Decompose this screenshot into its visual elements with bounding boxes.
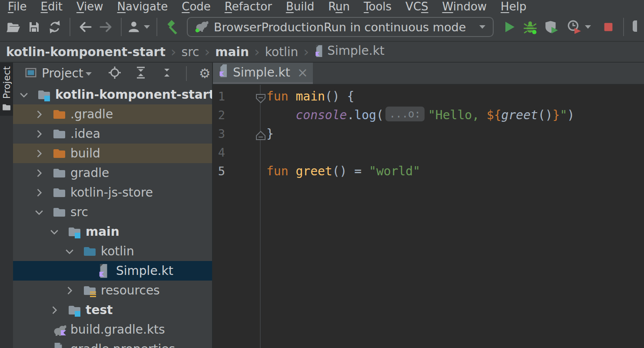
toolbar-separator	[156, 18, 157, 36]
chevron-right-icon[interactable]	[33, 128, 52, 140]
run-icon[interactable]	[499, 17, 520, 37]
tool-window-strip: Project	[0, 63, 13, 348]
menu-refactor[interactable]: Refactor	[218, 0, 279, 13]
chevron-down-icon[interactable]	[33, 207, 52, 218]
forward-icon[interactable]	[96, 17, 116, 37]
tree-item-label: gradle.properties	[70, 342, 175, 348]
tree-item-gradle[interactable]: gradle	[13, 163, 212, 183]
code-token: log	[354, 108, 376, 122]
code-token: .	[347, 108, 354, 122]
profiler-icon[interactable]	[561, 17, 598, 37]
tree-item-resources[interactable]: resources	[13, 281, 212, 300]
tree-item-gradle-properties[interactable]: gradle.properties	[13, 339, 212, 348]
tree-item-label: .idea	[70, 127, 100, 141]
editor-area: Simple.kt × 1fun main() {2 console.log(.…	[213, 63, 644, 348]
breadcrumb-src[interactable]: src	[182, 45, 199, 59]
chevron-right-icon[interactable]	[33, 187, 52, 198]
expand-all-icon[interactable]	[134, 66, 148, 81]
user-menu-icon[interactable]	[126, 17, 152, 37]
tree-item-label: .gradle	[70, 107, 113, 121]
tree-item--gradle[interactable]: .gradle	[13, 104, 212, 124]
run-configuration-label: BrowserProductionRun in continuous mode	[214, 20, 466, 34]
menu-help[interactable]: Help	[494, 0, 533, 13]
chevron-down-icon[interactable]	[18, 89, 37, 100]
tab-simple-kt[interactable]: Simple.kt ×	[213, 63, 313, 84]
open-folder-icon[interactable]	[3, 17, 23, 37]
code-token: "Hello,	[428, 108, 487, 122]
code-editor[interactable]: 1fun main() {2 console.log(...o:"Hello, …	[213, 85, 644, 348]
chevron-down-icon[interactable]	[84, 70, 93, 80]
chevron-right-icon[interactable]	[33, 148, 52, 159]
build-hammer-icon[interactable]	[162, 17, 183, 37]
tree-item-src[interactable]: src	[13, 202, 212, 222]
tree-item-test[interactable]: test	[13, 300, 212, 320]
collapse-all-icon[interactable]	[160, 66, 174, 81]
project-tool-window-button[interactable]: Project	[0, 63, 13, 116]
stop-icon[interactable]	[598, 17, 619, 37]
tree-item-label: Simple.kt	[116, 264, 173, 278]
tree-item-label: gradle	[70, 166, 109, 180]
breadcrumb-separator: ›	[166, 44, 182, 60]
coverage-icon[interactable]	[541, 17, 561, 37]
tree-item-label: resources	[101, 283, 160, 298]
chevron-right-icon[interactable]	[33, 109, 52, 120]
toolbar-separator	[623, 18, 624, 36]
tree-item-kotlin-js-store[interactable]: kotlin-js-store	[13, 183, 212, 202]
code-token: () =	[332, 164, 369, 178]
menu-build[interactable]: Build	[279, 0, 321, 13]
folder-icon	[52, 205, 67, 219]
gradle-file-icon	[52, 323, 67, 337]
breadcrumb-kotlin-komponent-start[interactable]: kotlin-komponent-start	[6, 45, 166, 59]
run-configuration-select[interactable]: BrowserProductionRun in continuous mode	[187, 17, 494, 37]
tree-item-kotlin-komponent-start[interactable]: kotlin-komponent-start	[13, 85, 212, 104]
code-line-5: 5fun greet() = "world"	[213, 162, 644, 181]
line-number: 5	[213, 162, 225, 181]
chevron-right-icon[interactable]	[49, 304, 67, 316]
locate-file-icon[interactable]	[108, 66, 122, 81]
code-token	[289, 89, 296, 104]
line-number: 2	[213, 106, 225, 124]
debug-icon[interactable]	[520, 17, 541, 37]
project-panel-title[interactable]: Project	[42, 66, 83, 80]
menu-tools[interactable]: Tools	[357, 0, 398, 13]
tree-item-kotlin[interactable]: kotlin	[13, 241, 212, 261]
generic-file-icon	[52, 342, 67, 348]
breadcrumb-label: main	[215, 45, 249, 59]
breadcrumb-main[interactable]: main	[215, 45, 249, 59]
menu-view[interactable]: View	[70, 0, 110, 13]
code-token: greet	[501, 108, 538, 122]
tree-item-build-gradle-kts[interactable]: build.gradle.kts	[13, 320, 212, 339]
chevron-right-icon[interactable]	[33, 167, 52, 179]
fold-top-icon[interactable]	[255, 90, 266, 109]
save-icon[interactable]	[23, 17, 44, 37]
sync-icon[interactable]	[44, 17, 65, 37]
chevron-down-icon[interactable]	[49, 226, 67, 238]
tree-item-build[interactable]: build	[13, 144, 212, 163]
menu-vcs[interactable]: VCS	[398, 0, 435, 13]
code-line-1: 1fun main() {	[213, 87, 644, 106]
code-token: }	[266, 127, 274, 141]
close-icon[interactable]: ×	[297, 65, 308, 80]
folder-icon	[52, 127, 67, 141]
tree-item-main[interactable]: main	[13, 222, 212, 241]
tree-item--idea[interactable]: .idea	[13, 124, 212, 144]
editor-tab-bar: Simple.kt ×	[213, 63, 644, 85]
chevron-right-icon[interactable]	[64, 285, 83, 296]
back-icon[interactable]	[75, 17, 96, 37]
folder-source-icon	[83, 244, 97, 258]
code-line-3: 3}	[213, 124, 644, 143]
menu-edit[interactable]: Edit	[34, 0, 70, 13]
code-token: "world"	[369, 164, 420, 178]
menu-code[interactable]: Code	[175, 0, 218, 13]
folder-module-icon	[67, 303, 82, 317]
menu-window[interactable]: Window	[435, 0, 494, 13]
breadcrumb-simple-kt[interactable]: Simple.kt	[314, 44, 385, 60]
chevron-down-icon[interactable]	[64, 246, 83, 257]
fold-bottom-icon[interactable]	[255, 128, 266, 147]
menu-navigate[interactable]: Navigate	[110, 0, 175, 13]
breadcrumb-kotlin[interactable]: kotlin	[265, 45, 299, 59]
gear-icon[interactable]: ⚙	[199, 67, 211, 80]
tree-item-simple-kt[interactable]: Simple.kt	[13, 261, 212, 281]
menu-file[interactable]: File	[1, 0, 34, 13]
menu-run[interactable]: Run	[321, 0, 357, 13]
